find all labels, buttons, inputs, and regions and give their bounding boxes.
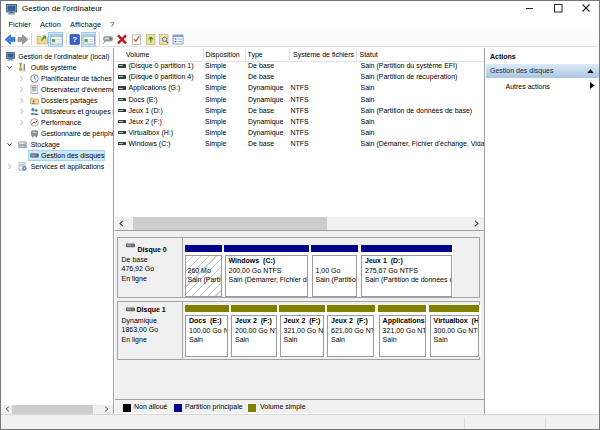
svg-text:?: ? [72, 35, 77, 44]
